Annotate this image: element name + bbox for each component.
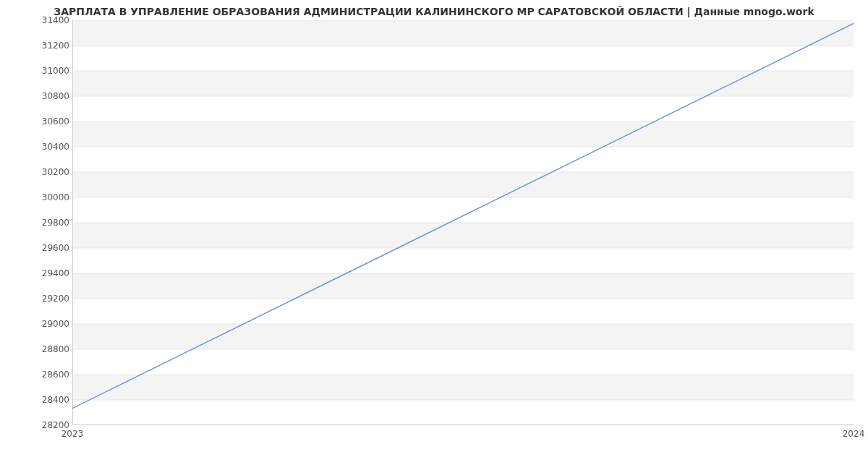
y-tick-label: 30800	[29, 91, 69, 101]
y-tick-label: 28600	[29, 369, 69, 380]
y-tick-label: 31400	[29, 15, 69, 25]
y-tick-label: 29000	[29, 319, 69, 329]
x-tick-label: 2023	[61, 429, 84, 439]
x-axis-ticks: 20232024	[72, 429, 854, 443]
y-tick-label: 28800	[29, 344, 69, 354]
y-tick-label: 28400	[29, 395, 69, 405]
y-tick-label: 29800	[29, 218, 69, 228]
y-tick-label: 30600	[29, 116, 69, 127]
svg-rect-2	[72, 273, 854, 299]
chart-svg	[72, 20, 854, 425]
y-tick-label: 30000	[29, 192, 69, 202]
svg-rect-0	[72, 375, 854, 400]
y-tick-label: 31000	[29, 66, 69, 76]
y-tick-label: 31200	[29, 40, 69, 51]
y-tick-label: 30200	[29, 167, 69, 177]
svg-rect-7	[72, 20, 854, 46]
chart-title: ЗАРПЛАТА В УПРАВЛЕНИЕ ОБРАЗОВАНИЯ АДМИНИ…	[0, 0, 868, 20]
svg-rect-4	[72, 172, 854, 197]
svg-rect-3	[72, 223, 854, 248]
y-tick-label: 29600	[29, 243, 69, 253]
y-tick-label: 29400	[29, 268, 69, 278]
y-tick-label: 29200	[29, 294, 69, 304]
svg-rect-1	[72, 324, 854, 349]
svg-rect-6	[72, 71, 854, 96]
svg-rect-5	[72, 121, 854, 147]
y-tick-label: 30400	[29, 142, 69, 152]
chart-plot-area: 2820028400286002880029000292002940029600…	[72, 20, 854, 425]
x-tick-label: 2024	[843, 429, 865, 439]
y-axis-ticks: 2820028400286002880029000292002940029600…	[29, 20, 69, 425]
